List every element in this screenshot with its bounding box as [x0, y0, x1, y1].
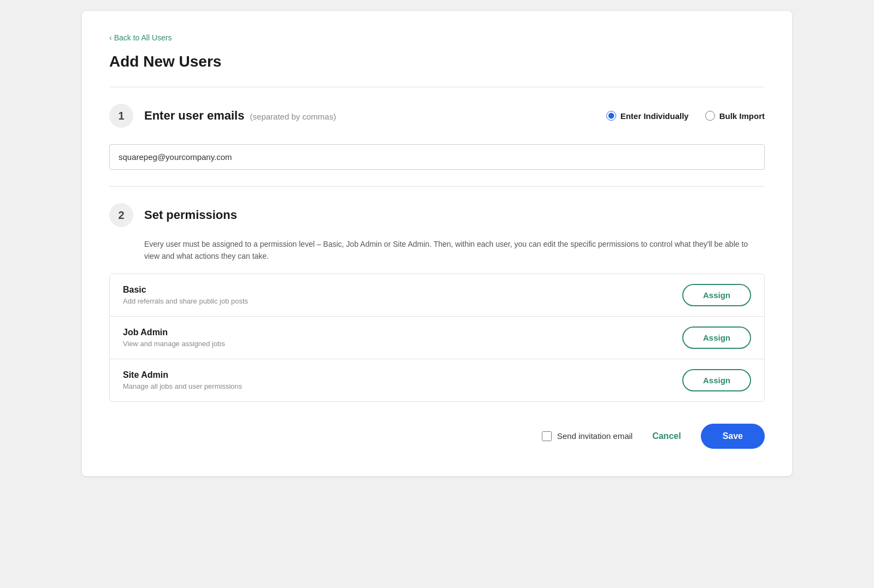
- radio-enter-individually[interactable]: Enter Individually: [606, 111, 689, 121]
- permission-desc-job-admin: View and manage assigned jobs: [123, 340, 225, 348]
- step2-description: Every user must be assigned to a permiss…: [144, 238, 765, 263]
- assign-button-site-admin[interactable]: Assign: [682, 369, 751, 391]
- assign-button-basic[interactable]: Assign: [682, 284, 751, 306]
- step1-title: Enter user emails (separated by commas): [144, 109, 336, 123]
- radio-bulk-input[interactable]: [705, 111, 715, 121]
- step1-badge: 1: [109, 104, 133, 128]
- radio-group: Enter Individually Bulk Import: [606, 111, 765, 121]
- radio-individually-input[interactable]: [606, 111, 616, 121]
- permission-row-job-admin: Job Admin View and manage assigned jobs …: [110, 317, 764, 359]
- back-link-label: Back to All Users: [114, 33, 172, 42]
- permission-desc-site-admin: Manage all jobs and user permissions: [123, 382, 242, 390]
- section-divider-1: [109, 87, 765, 87]
- section-divider-2: [109, 186, 765, 187]
- permission-desc-basic: Add referrals and share public job posts: [123, 297, 248, 305]
- email-input[interactable]: [109, 144, 765, 170]
- back-link[interactable]: ‹ Back to All Users: [109, 33, 172, 42]
- page-title: Add New Users: [109, 53, 765, 70]
- permissions-table: Basic Add referrals and share public job…: [109, 274, 765, 402]
- permission-name-site-admin: Site Admin: [123, 370, 242, 380]
- permission-info-basic: Basic Add referrals and share public job…: [123, 285, 248, 305]
- chevron-left-icon: ‹: [109, 33, 112, 42]
- permission-name-job-admin: Job Admin: [123, 328, 225, 337]
- invite-row: Send invitation email: [542, 431, 633, 441]
- step2-badge: 2: [109, 203, 133, 227]
- step1-header: 1 Enter user emails (separated by commas…: [109, 104, 765, 128]
- step1-section: 1 Enter user emails (separated by commas…: [109, 104, 765, 170]
- assign-button-job-admin[interactable]: Assign: [682, 326, 751, 349]
- footer: Send invitation email Cancel Save: [109, 424, 765, 449]
- permission-row-basic: Basic Add referrals and share public job…: [110, 274, 764, 317]
- step2-title: Set permissions: [144, 208, 237, 222]
- step2-header: 2 Set permissions: [109, 203, 765, 227]
- cancel-button[interactable]: Cancel: [643, 426, 689, 447]
- permission-row-site-admin: Site Admin Manage all jobs and user perm…: [110, 359, 764, 401]
- send-invitation-label: Send invitation email: [557, 431, 633, 441]
- permission-info-site-admin: Site Admin Manage all jobs and user perm…: [123, 370, 242, 390]
- main-container: ‹ Back to All Users Add New Users 1 Ente…: [82, 11, 792, 476]
- radio-bulk-import[interactable]: Bulk Import: [705, 111, 765, 121]
- permission-name-basic: Basic: [123, 285, 248, 295]
- step1-subtitle: (separated by commas): [250, 112, 336, 121]
- radio-bulk-label: Bulk Import: [719, 111, 765, 121]
- step1-title-text: Enter user emails: [144, 109, 244, 122]
- permission-info-job-admin: Job Admin View and manage assigned jobs: [123, 328, 225, 348]
- radio-individually-label: Enter Individually: [621, 111, 689, 121]
- step2-section: 2 Set permissions Every user must be ass…: [109, 203, 765, 402]
- save-button[interactable]: Save: [701, 424, 765, 449]
- send-invitation-checkbox[interactable]: [542, 431, 552, 441]
